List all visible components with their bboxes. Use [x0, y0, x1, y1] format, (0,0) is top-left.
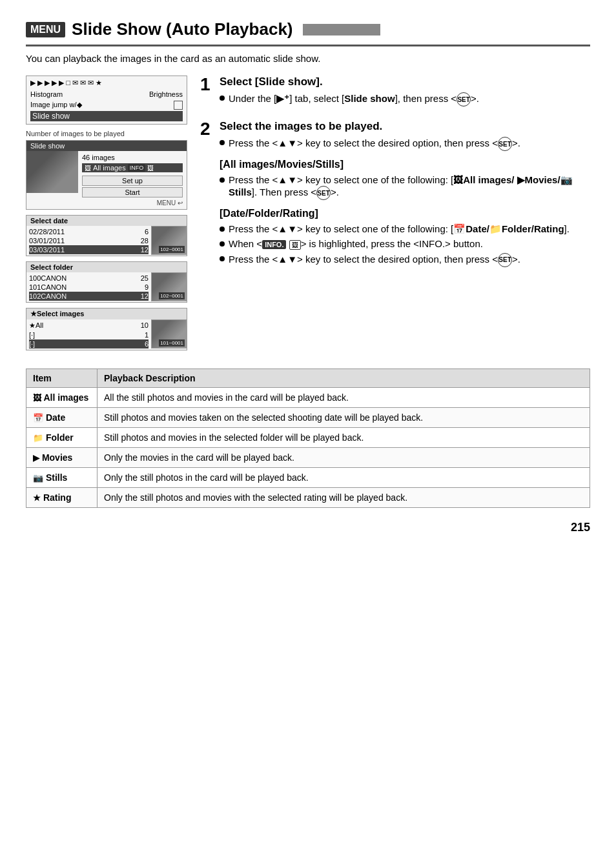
left-column: ▶ ▶ ▶ ▶ ▶ □ ✉ ✉ ✉ ★ HistogramBrightness …	[26, 76, 187, 356]
folder-row-2: 101CANON9	[29, 283, 149, 292]
step-2: 2 Select the images to be played. Press …	[200, 120, 590, 270]
table-row-rating: ★ Rating Only the still photos and movie…	[26, 488, 590, 508]
bullet-icon	[220, 96, 225, 101]
intro-text: You can playback the images in the card …	[26, 53, 590, 64]
ss-count: 46 images	[82, 154, 183, 161]
table-cell-item-rating: ★ Rating	[26, 488, 98, 508]
rating-panel-body: ★All10 [·]1 [·]6 101~0001	[26, 319, 187, 350]
date-row-1: 02/28/20116	[29, 227, 149, 236]
caption-text: Number of images to be played	[26, 130, 187, 137]
step-2-bullet-1: Press the <▲▼> key to select the desired…	[220, 137, 590, 151]
subsection-date-bullets: Press the <▲▼> key to select one of the …	[220, 223, 590, 267]
step-2-title: Select the images to be played.	[220, 120, 590, 133]
step-1-bullet-text: Under the [▶⁺] tab, select [Slide show],…	[229, 92, 479, 106]
folder-panel: Select folder 100CANON25 101CANON9 102CA…	[26, 261, 187, 303]
table-header-item: Item	[26, 369, 98, 388]
subsection-all-title: [All images/Movies/Stills]	[220, 159, 590, 170]
menu-item-histogram: HistogramBrightness	[30, 89, 183, 99]
step-1-content: Select [Slide show]. Under the [▶⁺] tab,…	[220, 76, 590, 110]
ss-header: Slide show	[26, 141, 187, 151]
table-cell-desc-movies: Only the movies in the card will be play…	[98, 448, 590, 468]
step-2-number: 2	[200, 120, 220, 138]
menu-icons-row: ▶ ▶ ▶ ▶ ▶ □ ✉ ✉ ✉ ★	[30, 79, 183, 87]
date-panel-header: Select date	[26, 216, 187, 226]
table-cell-item-movies: ▶ Movies	[26, 448, 98, 468]
ss-thumbnail	[26, 151, 78, 209]
step-2-bullet-text: Press the <▲▼> key to select the desired…	[229, 137, 520, 151]
table-row-stills: 📷 Stills Only the still photos in the ca…	[26, 468, 590, 488]
ss-options: 46 images 🖼 All images INFO 🖼 Set up Sta…	[78, 151, 187, 209]
rating-row-2: [·]1	[29, 330, 149, 339]
menu-indicator: MENU ↩	[82, 199, 183, 207]
bullet-icon-5	[220, 241, 225, 247]
ss-body: 46 images 🖼 All images INFO 🖼 Set up Sta…	[26, 151, 187, 209]
table-row-folder: 📁 Folder Still photos and movies in the …	[26, 428, 590, 448]
bullet-icon-4	[220, 227, 225, 232]
setup-btn: Set up	[82, 176, 183, 186]
menu-screenshot: ▶ ▶ ▶ ▶ ▶ □ ✉ ✉ ✉ ★ HistogramBrightness …	[26, 76, 187, 125]
table-header-description: Playback Description	[98, 369, 590, 388]
step-1: 1 Select [Slide show]. Under the [▶⁺] ta…	[200, 76, 590, 110]
slideshow-panel: Slide show 46 images 🖼 All images INFO 🖼…	[26, 140, 187, 210]
folder-panel-header: Select folder	[26, 262, 187, 272]
rating-list: ★All10 [·]1 [·]6	[26, 319, 151, 350]
table-row-movies: ▶ Movies Only the movies in the card wil…	[26, 448, 590, 468]
date-row-3: 03/03/201112	[29, 245, 149, 254]
table-cell-desc-date: Still photos and movies taken on the sel…	[98, 408, 590, 428]
subsection-date-text-1: Press the <▲▼> key to select one of the …	[229, 223, 570, 235]
date-thumbnail: 102~0001	[151, 226, 187, 255]
bullet-icon-6	[220, 256, 225, 261]
rating-row-3: [·]6	[29, 339, 149, 348]
menu-badge: MENU	[26, 22, 65, 37]
table-cell-desc-rating: Only the still photos and movies with th…	[98, 488, 590, 508]
table-row-date: 📅 Date Still photos and movies taken on …	[26, 408, 590, 428]
table-cell-desc-stills: Only the still photos in the card will b…	[98, 468, 590, 488]
step-1-bullet-1: Under the [▶⁺] tab, select [Slide show],…	[220, 92, 590, 106]
table-cell-item-stills: 📷 Stills	[26, 468, 98, 488]
table-cell-item-all: 🖼 All images	[26, 388, 98, 408]
subsection-date-text-2: When <INFO. 🖼> is highlighted, press the…	[229, 238, 483, 250]
folder-thumbnail: 102~0001	[151, 272, 187, 301]
rating-panel-header: ★Select images	[26, 308, 187, 319]
rating-panel: ★Select images ★All10 [·]1 [·]6 101~0001	[26, 308, 187, 350]
subsection-all-bullets: Press the <▲▼> key to select one of the …	[220, 174, 590, 200]
date-list: 02/28/20116 03/01/201128 03/03/201112	[26, 226, 151, 256]
bullet-icon-3	[220, 177, 225, 183]
subsection-date-text-3: Press the <▲▼> key to select the desired…	[229, 253, 520, 267]
subsection-date-bullet-3: Press the <▲▼> key to select the desired…	[220, 253, 590, 267]
ss-buttons: Set up Start	[82, 176, 183, 197]
date-panel-body: 02/28/20116 03/01/201128 03/03/201112 10…	[26, 226, 187, 256]
menu-item-imagejump: Image jump w/◆	[30, 99, 183, 111]
table-cell-desc-folder: Still photos and movies in the selected …	[98, 428, 590, 448]
folder-row-3: 102CANON12	[29, 292, 149, 301]
step-1-title: Select [Slide show].	[220, 76, 590, 88]
subsection-date-bullet-1: Press the <▲▼> key to select one of the …	[220, 223, 590, 235]
table-cell-item-date: 📅 Date	[26, 408, 98, 428]
subsection-date-bullet-2: When <INFO. 🖼> is highlighted, press the…	[220, 238, 590, 250]
ss-all-images-option: 🖼 All images INFO 🖼	[82, 163, 183, 172]
step-2-bullets: Press the <▲▼> key to select the desired…	[220, 137, 590, 151]
table-row-all-images: 🖼 All images All the still photos and mo…	[26, 388, 590, 408]
bullet-icon-2	[220, 140, 225, 145]
subsection-date-title: [Date/Folder/Rating]	[220, 208, 590, 219]
menu-item-slideshow: Slide show	[30, 111, 183, 121]
page-number: 215	[26, 521, 590, 534]
folder-list: 100CANON25 101CANON9 102CANON12	[26, 272, 151, 302]
right-column: 1 Select [Slide show]. Under the [▶⁺] ta…	[200, 76, 590, 356]
date-panel: Select date 02/28/20116 03/01/201128 03/…	[26, 215, 187, 256]
page-title: Slide Show (Auto Playback)	[72, 19, 293, 39]
info-badge: INFO	[128, 164, 146, 172]
main-content: ▶ ▶ ▶ ▶ ▶ □ ✉ ✉ ✉ ★ HistogramBrightness …	[26, 76, 590, 356]
step-1-number: 1	[200, 76, 220, 94]
start-btn: Start	[82, 187, 183, 197]
subsection-all-bullet-1: Press the <▲▼> key to select one of the …	[220, 174, 590, 200]
page-header: MENU Slide Show (Auto Playback)	[26, 19, 590, 46]
step-1-bullets: Under the [▶⁺] tab, select [Slide show],…	[220, 92, 590, 106]
title-bar-decoration	[303, 24, 380, 35]
step-2-content: Select the images to be played. Press th…	[220, 120, 590, 270]
rating-row-1: ★All10	[29, 321, 149, 330]
folder-row-1: 100CANON25	[29, 274, 149, 283]
date-row-2: 03/01/201128	[29, 236, 149, 245]
table-cell-desc-all: All the still photos and movies in the c…	[98, 388, 590, 408]
folder-panel-body: 100CANON25 101CANON9 102CANON12 102~0001	[26, 272, 187, 302]
